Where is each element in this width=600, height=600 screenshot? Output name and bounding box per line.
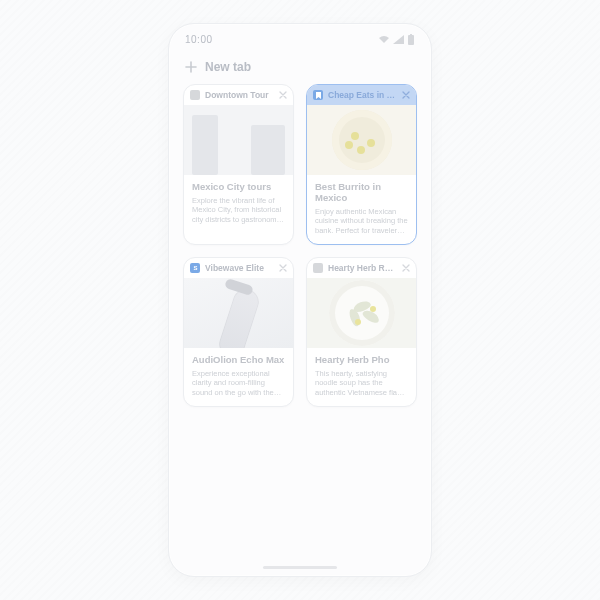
tab-thumbnail xyxy=(184,278,293,348)
tab-label: Cheap Eats in M… xyxy=(328,90,397,100)
s-glyph-icon: S xyxy=(192,264,199,271)
tab-title: AudiOlion Echo Max xyxy=(192,355,285,366)
tab-label: Hearty Herb Reci… xyxy=(328,263,397,273)
home-indicator[interactable] xyxy=(263,566,337,569)
close-icon[interactable] xyxy=(402,264,410,272)
svg-text:S: S xyxy=(193,265,197,271)
tab-card[interactable]: Cheap Eats in M… Best Burrito in Mexico … xyxy=(306,84,417,245)
tab-description: Explore the vibrant life of Mexico City,… xyxy=(192,196,285,224)
tab-body: AudiOlion Echo Max Experience exceptiona… xyxy=(184,348,293,406)
tab-card[interactable]: S Vibewave Elite AudiOlion Echo Max Expe… xyxy=(183,257,294,407)
svg-rect-1 xyxy=(410,34,412,36)
favicon-icon: S xyxy=(190,263,200,273)
tab-card[interactable]: Hearty Herb Reci… Hearty Herb Pho This h… xyxy=(306,257,417,407)
tab-body: Best Burrito in Mexico Enjoy authentic M… xyxy=(307,175,416,244)
signal-icon xyxy=(393,35,404,44)
status-bar: 10:00 xyxy=(169,24,431,54)
tab-header: Hearty Herb Reci… xyxy=(307,258,416,278)
svg-rect-0 xyxy=(408,35,414,45)
tab-title: Mexico City tours xyxy=(192,182,285,193)
new-tab-label: New tab xyxy=(205,60,251,74)
tab-header: Cheap Eats in M… xyxy=(307,85,416,105)
status-time: 10:00 xyxy=(185,34,213,45)
favicon-icon xyxy=(190,90,200,100)
plus-icon xyxy=(185,61,197,73)
tab-thumbnail xyxy=(307,278,416,348)
tab-description: Enjoy authentic Mexican cuisine without … xyxy=(315,207,408,235)
tab-body: Mexico City tours Explore the vibrant li… xyxy=(184,175,293,233)
favicon-icon xyxy=(313,90,323,100)
tab-body: Hearty Herb Pho This hearty, satisfying … xyxy=(307,348,416,406)
new-tab-button[interactable]: New tab xyxy=(169,54,431,84)
battery-icon xyxy=(407,34,415,45)
tab-thumbnail xyxy=(307,105,416,175)
tab-header: Downtown Tour xyxy=(184,85,293,105)
wifi-icon xyxy=(378,35,390,44)
tab-description: This hearty, satisfying noodle soup has … xyxy=(315,369,408,397)
close-icon[interactable] xyxy=(279,91,287,99)
phone-frame: 10:00 New tab Downtown Tour Mexico City … xyxy=(168,23,432,577)
status-indicators xyxy=(378,34,415,45)
tab-grid: Downtown Tour Mexico City tours Explore … xyxy=(169,84,431,407)
tab-title: Best Burrito in Mexico xyxy=(315,182,408,204)
tab-header: S Vibewave Elite xyxy=(184,258,293,278)
close-icon[interactable] xyxy=(279,264,287,272)
tab-thumbnail xyxy=(184,105,293,175)
bookmark-icon xyxy=(315,92,322,99)
close-icon[interactable] xyxy=(402,91,410,99)
tab-description: Experience exceptional clarity and room-… xyxy=(192,369,285,397)
tab-label: Vibewave Elite xyxy=(205,263,274,273)
tab-card[interactable]: Downtown Tour Mexico City tours Explore … xyxy=(183,84,294,245)
tab-label: Downtown Tour xyxy=(205,90,274,100)
tab-title: Hearty Herb Pho xyxy=(315,355,408,366)
favicon-icon xyxy=(313,263,323,273)
